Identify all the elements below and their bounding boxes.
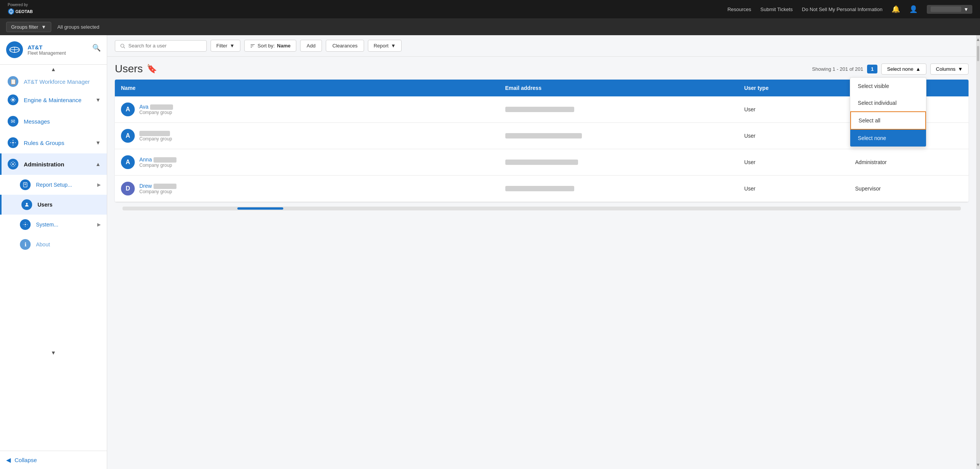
page-title: Users 🔖 [115, 63, 157, 75]
sidebar-item-messages[interactable]: ✉ Messages [0, 111, 107, 132]
users-svg [24, 202, 29, 207]
att-logo-svg [9, 44, 20, 55]
showing-text: Showing 1 - 201 of 201 [812, 66, 863, 72]
rules-svg [10, 140, 16, 146]
email-cell [499, 176, 738, 202]
table-head: Name Email address User type Clearance [115, 80, 969, 96]
dropdown-select-all[interactable]: Select all [850, 111, 926, 130]
svg-point-14 [24, 224, 26, 225]
sidebar-subitem-about[interactable]: ℹ About [0, 234, 107, 254]
engine-chevron-icon: ▼ [95, 97, 101, 103]
top-nav-links: Resources Submit Tickets Do Not Sell My … [727, 5, 972, 14]
avatar: A [121, 103, 135, 116]
clearances-button[interactable]: Clearances [326, 40, 364, 52]
sort-icon [250, 43, 255, 49]
table-row[interactable]: A Company group User Administrator [115, 123, 969, 149]
system-icon [20, 219, 31, 230]
collapse-label: Collapse [15, 457, 37, 463]
sidebar-header: AT&T Fleet Management 🔍 [0, 35, 107, 65]
users-table: Name Email address User type Clearance A [115, 80, 969, 202]
table-row[interactable]: A Anna Company group User Administrator [115, 149, 969, 176]
filter-button[interactable]: Filter ▼ [211, 40, 240, 52]
submit-tickets-link[interactable]: Submit Tickets [760, 7, 793, 12]
collapse-chevron-icon: ◀ [6, 456, 11, 464]
collapse-button[interactable]: ◀ Collapse [0, 451, 107, 469]
sidebar-item-administration[interactable]: Administration ▲ [0, 153, 107, 175]
sort-button[interactable]: Sort by: Name [244, 40, 296, 52]
groups-filter-button[interactable]: Groups filter ▼ [6, 22, 51, 32]
sidebar-search-icon[interactable]: 🔍 [92, 44, 101, 52]
bookmark-icon[interactable]: 🔖 [147, 64, 157, 74]
content-area: Filter ▼ Sort by: Name Add Clearances Re… [107, 35, 976, 469]
usertype-cell: User [738, 149, 849, 176]
groups-filter-chevron: ▼ [41, 24, 46, 30]
filter-chevron-icon: ▼ [230, 43, 235, 49]
bottom-scrollbar[interactable] [122, 207, 961, 210]
select-dropdown-menu: Select visible Select individual Select … [850, 77, 926, 147]
report-setup-arrow-icon: ▶ [97, 182, 101, 187]
svg-text:GEOTAB: GEOTAB [15, 9, 33, 14]
company-logo [6, 41, 23, 58]
sidebar-item-rules[interactable]: Rules & Groups ▼ [0, 132, 107, 153]
columns-chevron-icon: ▼ [958, 66, 963, 72]
about-icon: ℹ [20, 239, 31, 250]
usertype-cell: User [738, 96, 849, 123]
email-cell [499, 96, 738, 123]
resources-link[interactable]: Resources [727, 7, 751, 12]
sidebar-subitem-report-setup[interactable]: Report Setup... ▶ [0, 175, 107, 195]
company-info: AT&T Fleet Management [28, 44, 66, 56]
user-menu-button[interactable]: ▼ [927, 5, 972, 14]
add-button[interactable]: Add [300, 40, 322, 52]
company-subtitle: Fleet Management [28, 50, 66, 56]
messages-icon: ✉ [8, 116, 18, 127]
report-button[interactable]: Report ▼ [368, 40, 402, 52]
admin-chevron-icon: ▲ [95, 161, 101, 167]
search-input[interactable] [128, 43, 202, 49]
dropdown-select-visible[interactable]: Select visible [850, 78, 926, 94]
user-name-cell: A Anna Company group [115, 149, 499, 176]
col-usertype: User type [738, 80, 849, 96]
workforce-label: AT&T Workforce Manager [24, 78, 101, 85]
company-name: AT&T [28, 44, 66, 50]
select-none-button[interactable]: Select none ▲ [881, 64, 926, 75]
admin-label: Administration [24, 161, 90, 168]
rules-label: Rules & Groups [24, 140, 90, 146]
report-label: Report [374, 43, 389, 49]
svg-line-16 [124, 47, 125, 48]
table-header-row: Users 🔖 Showing 1 - 201 of 201 1 Select … [115, 57, 969, 80]
user-name-cell: A Company group [115, 123, 499, 149]
sidebar-item-workforce[interactable]: 📋 AT&T Workforce Manager [0, 74, 107, 89]
columns-button[interactable]: Columns ▼ [930, 64, 969, 75]
sort-value: Name [277, 43, 291, 49]
bell-icon[interactable]: 🔔 [892, 5, 900, 13]
sidebar-subitem-system[interactable]: System... ▶ [0, 215, 107, 234]
dropdown-select-none[interactable]: Select none [850, 130, 926, 147]
user-menu-label [931, 7, 961, 12]
sidebar-item-engine[interactable]: Engine & Maintenance ▼ [0, 89, 107, 111]
sidebar-subitem-users[interactable]: Users [0, 195, 107, 215]
scroll-up-arrow[interactable]: ▲ [974, 35, 980, 44]
sidebar-scroll-up[interactable]: ▲ [0, 65, 107, 74]
engine-icon [8, 94, 18, 105]
right-scrollbar[interactable]: ▲ ▼ [976, 35, 980, 469]
table-row[interactable]: D Drew Company group User Supervisor [115, 176, 969, 202]
bottom-scrollbar-area [115, 207, 969, 210]
admin-svg [10, 161, 16, 167]
engine-svg [10, 97, 16, 103]
rules-chevron-icon: ▼ [95, 140, 101, 146]
users-label: Users [38, 202, 101, 208]
user-name-cell: A Ava Company group [115, 96, 499, 123]
workforce-icon: 📋 [8, 76, 18, 87]
users-icon [21, 199, 32, 210]
all-groups-selected-text: All groups selected [57, 24, 100, 30]
sidebar: AT&T Fleet Management 🔍 ▲ 📋 AT&T Workfor… [0, 35, 107, 469]
dropdown-select-individual[interactable]: Select individual [850, 94, 926, 111]
search-box[interactable] [115, 40, 207, 52]
do-not-sell-link[interactable]: Do Not Sell My Personal Information [802, 7, 882, 12]
sidebar-scroll-down[interactable]: ▼ [0, 348, 107, 357]
bottom-scroll-thumb [237, 207, 283, 210]
usertype-cell: User [738, 176, 849, 202]
table-row[interactable]: A Ava Company group User [115, 96, 969, 123]
user-profile-icon[interactable]: 👤 [909, 5, 918, 13]
geotab-logo-svg: GEOTAB [8, 7, 42, 16]
